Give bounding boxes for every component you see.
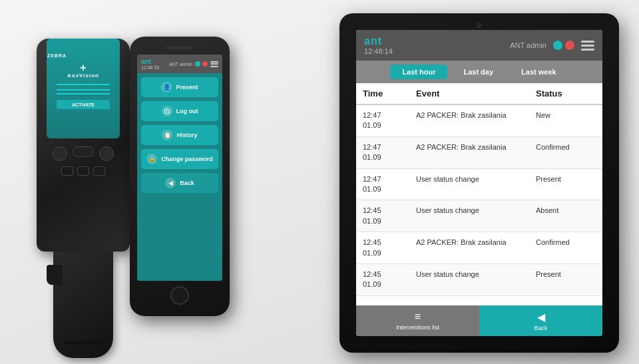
tab-last-week[interactable]: Last week	[509, 65, 568, 79]
phone-btn-password-label: Change password	[161, 156, 213, 162]
tablet-hamburger-line-2	[581, 45, 594, 47]
cell-time: 12:47 01.09	[363, 174, 416, 195]
phone-btn-history-label: History	[176, 132, 197, 138]
cell-event: User status change	[416, 174, 536, 195]
tablet-outer: ant 12:48:14 ANT admin	[339, 13, 619, 353]
back-icon: ◀	[165, 178, 176, 188]
footer-btn-back[interactable]: ◀ Back	[479, 305, 602, 336]
hamburger-line-2	[210, 63, 218, 65]
tablet-time: 12:48:14	[364, 47, 393, 55]
tablet-logo: ant	[364, 35, 393, 47]
tablet-header-left: ant 12:48:14	[364, 35, 393, 55]
tab-last-day[interactable]: Last day	[451, 65, 505, 79]
back-footer-label: Back	[534, 325, 547, 331]
table-body: 12:47 01.09A2 PACKER: Brak zasilaniaNew1…	[356, 105, 602, 296]
scanner-btn-2[interactable]	[99, 146, 114, 161]
tablet-footer: ≡ Interventions list ◀ Back	[356, 305, 602, 336]
scanner-buttons	[37, 146, 130, 161]
present-icon: 👤	[161, 82, 172, 92]
tablet-hamburger-icon[interactable]	[581, 41, 594, 51]
tablet-header-right: ANT admin	[510, 41, 594, 51]
cell-event: A2 PACKER: Brak zasilania	[416, 238, 536, 258]
cell-status: Absent	[536, 206, 596, 226]
cell-time: 12:45 01.09	[363, 270, 416, 290]
phone-status-red	[202, 61, 208, 67]
phone-btn-logout[interactable]: ⏻ Log out	[141, 101, 218, 121]
col-header-status: Status	[536, 89, 596, 98]
cell-event: A2 PACKER: Brak zasilania	[416, 110, 536, 131]
scanner-body: ZEBRA ✛ AosVision ACTIVATE	[37, 39, 130, 252]
phone-home-button[interactable]	[170, 286, 189, 305]
phone-screen: ant 12:46:33 ANT admin	[137, 55, 222, 281]
phone-status-green	[195, 61, 200, 67]
interventions-label: Interventions list	[396, 324, 439, 331]
phone-btn-back-label: Back	[180, 180, 194, 186]
tablet-camera	[477, 23, 482, 28]
zebra-brand-label: ZEBRA	[47, 53, 67, 58]
phone-outer: ant 12:46:33 ANT admin	[130, 37, 230, 316]
table-header-row: Time Event Status	[356, 83, 602, 105]
scanner-nav-btn[interactable]	[61, 166, 73, 176]
cell-event: User status change	[416, 206, 536, 226]
scanner-nav-btn-3[interactable]	[93, 166, 105, 176]
tab-last-hour[interactable]: Last hour	[390, 65, 447, 79]
phone-speaker	[166, 46, 193, 49]
table-row: 12:45 01.09User status changeAbsent	[356, 200, 602, 232]
zebra-scanner: ZEBRA ✛ AosVision ACTIVATE	[27, 27, 140, 333]
col-header-event: Event	[416, 89, 536, 98]
tablet-status-green	[553, 41, 562, 50]
table-row: 12:45 01.09A2 PACKER: Brak zasilaniaConf…	[356, 232, 602, 264]
table-row: 12:47 01.09A2 PACKER: Brak zasilaniaConf…	[356, 137, 602, 169]
tablet-header: ant 12:48:14 ANT admin	[356, 30, 602, 61]
cell-event: A2 PACKER: Brak zasilania	[416, 142, 536, 163]
phone-status-icons	[195, 61, 208, 67]
scanner-brand: ✛	[80, 64, 87, 73]
phone-btn-present[interactable]: 👤 Present	[141, 77, 218, 97]
phone-btn-back[interactable]: ◀ Back	[141, 173, 218, 193]
cell-time: 12:47 01.09	[363, 110, 416, 131]
tablet-hamburger-line-1	[581, 41, 594, 43]
password-icon: 🔒	[146, 154, 157, 164]
phone-btn-change-password[interactable]: 🔒 Change password	[141, 149, 218, 169]
cell-status: Confirmed	[536, 238, 596, 258]
phone-user: ANT admin	[169, 62, 192, 67]
cell-event: User status change	[416, 270, 536, 290]
table-row: 12:47 01.09User status changePresent	[356, 169, 602, 201]
phone-hamburger-icon[interactable]	[210, 61, 218, 67]
cell-status: Present	[536, 270, 596, 290]
phone-header: ant 12:46:33 ANT admin	[137, 55, 222, 73]
phone-device: ant 12:46:33 ANT admin	[130, 37, 233, 323]
table-row: 12:47 01.09A2 PACKER: Brak zasilaniaNew	[356, 105, 602, 137]
footer-btn-interventions[interactable]: ≡ Interventions list	[356, 305, 479, 336]
phone-logo: ant	[141, 58, 159, 65]
scanner-trigger[interactable]	[47, 265, 63, 285]
phone-btn-logout-label: Log out	[176, 108, 198, 114]
logout-icon: ⏻	[162, 106, 172, 116]
scanner-bottom-detail	[63, 341, 103, 345]
cell-time: 12:45 01.09	[363, 206, 416, 226]
back-footer-icon: ◀	[537, 311, 545, 323]
cell-time: 12:45 01.09	[363, 238, 416, 258]
cell-status: Present	[536, 174, 596, 195]
scanner-btn-1[interactable]	[53, 146, 67, 161]
tablet-tabs: Last hour Last day Last week	[356, 61, 602, 83]
scanner-btn-nav[interactable]	[73, 146, 94, 157]
scanner-handle	[53, 252, 113, 358]
scanner-logo: AosVision	[67, 73, 99, 79]
tablet-hamburger-line-3	[581, 49, 594, 51]
hamburger-line-3	[210, 66, 218, 67]
phone-btn-history[interactable]: 📋 History	[141, 125, 218, 145]
scanner-nav-btn-2[interactable]	[77, 166, 89, 176]
scanner-activate-label: ACTIVATE	[72, 102, 95, 107]
cell-time: 12:47 01.09	[363, 142, 416, 163]
interventions-icon: ≡	[415, 311, 421, 323]
col-header-time: Time	[363, 89, 416, 98]
cell-status: Confirmed	[536, 142, 596, 163]
tablet-status-red	[565, 41, 574, 50]
tablet-device: ant 12:48:14 ANT admin	[339, 13, 619, 353]
hamburger-line-1	[210, 61, 218, 63]
tablet-table: Time Event Status 12:47 01.09A2 PACKER: …	[356, 83, 602, 305]
tablet-screen: ant 12:48:14 ANT admin	[356, 30, 602, 336]
table-row: 12:45 01.09User status changePresent	[356, 264, 602, 296]
phone-btn-present-label: Present	[176, 84, 198, 91]
